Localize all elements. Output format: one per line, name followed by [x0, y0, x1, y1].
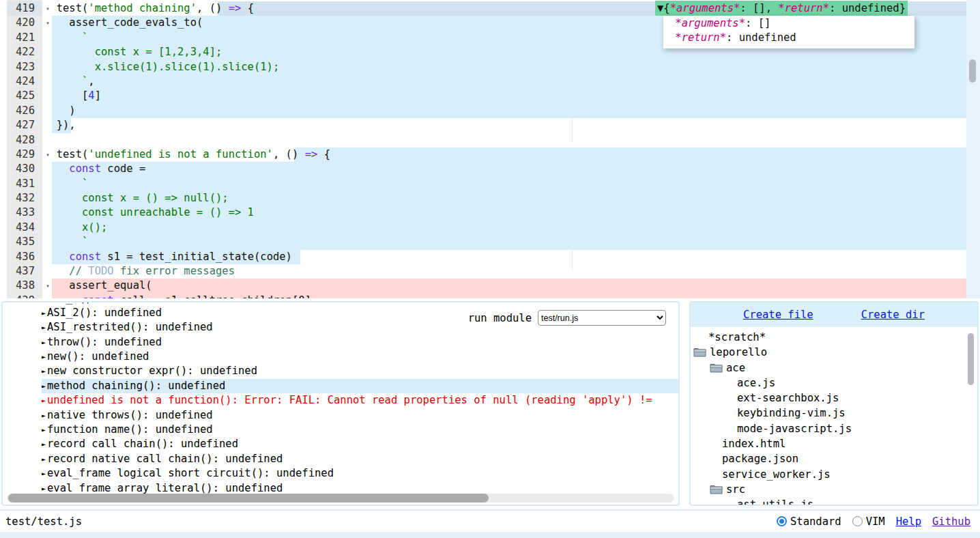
value-explorer-header[interactable]: ▼{*arguments*: [], *return*: undefined}: [655, 1, 908, 16]
expand-arrow-icon[interactable]: ►: [42, 485, 46, 492]
keybinding-standard-radio[interactable]: Standard: [777, 515, 841, 528]
tree-file-item[interactable]: index.html: [691, 436, 977, 451]
expand-arrow-icon[interactable]: ►: [42, 382, 46, 390]
expand-arrow-icon[interactable]: ►: [42, 412, 46, 419]
tree-file-item[interactable]: mode-javascript.js: [691, 421, 977, 436]
test-result-item[interactable]: ►record native call chain(): undefined: [42, 452, 678, 466]
run-module-select[interactable]: test/run.js: [538, 310, 666, 326]
expand-arrow-icon[interactable]: ►: [42, 324, 46, 331]
tree-item-label: ext-searchbox.js: [737, 391, 839, 406]
status-right-controls: Standard VIM Help Github: [777, 515, 970, 528]
test-result-item[interactable]: ►throw(): undefined: [42, 335, 678, 350]
test-result-item[interactable]: ►new(): undefined: [42, 350, 678, 364]
gutter-line-number: 428: [7, 133, 42, 147]
tree-file-item[interactable]: package.json: [691, 451, 977, 466]
test-result-item[interactable]: ►undefined is not a function(): Error: F…: [42, 393, 678, 408]
tree-file-item[interactable]: ast_utils.js: [691, 497, 977, 505]
gutter-line-number: 436: [7, 250, 42, 264]
gutter-line-number: 433: [7, 206, 42, 220]
files-header: Create file Create dir: [691, 302, 977, 327]
tree-item-label: mode-javascript.js: [737, 421, 852, 436]
fold-caret-icon[interactable]: ▾: [46, 279, 50, 293]
code-line[interactable]: [44, 133, 966, 147]
radio-unselected-icon[interactable]: [852, 516, 863, 526]
gutter-line-number: 430: [7, 162, 42, 176]
tree-file-item[interactable]: ace.js: [691, 376, 977, 391]
code-line[interactable]: // TODO fix error messages: [44, 264, 966, 279]
expand-arrow-icon[interactable]: ►: [42, 309, 46, 317]
test-result-item[interactable]: ►method chaining(): undefined: [42, 379, 678, 393]
radio-selected-icon[interactable]: [777, 516, 787, 526]
fold-caret-icon[interactable]: ▾: [46, 1, 50, 16]
test-result-label: function name(): undefined: [47, 423, 213, 436]
eval-highlight: [52, 162, 966, 176]
gutter-line-number: 435: [7, 235, 42, 249]
tree-file-item[interactable]: *scratch*: [691, 330, 977, 345]
create-dir-link[interactable]: Create dir: [861, 309, 925, 321]
code-line[interactable]: const s1 = test_initial_state(code): [44, 250, 966, 264]
expand-arrow-icon[interactable]: ►: [42, 339, 46, 346]
test-result-item[interactable]: ►function name(): undefined: [42, 423, 678, 437]
test-result-label: record native call chain(): undefined: [47, 453, 283, 465]
status-bar: test/test.js Standard VIM Help Github: [0, 509, 980, 532]
expand-arrow-icon[interactable]: ►: [42, 367, 46, 375]
code-line[interactable]: `: [44, 235, 966, 249]
create-file-link[interactable]: Create file: [743, 309, 813, 321]
code-line[interactable]: const call = s1.calltree.children[0]: [44, 294, 966, 298]
code-line[interactable]: const x = () => null();: [44, 191, 966, 206]
value-explorer-row[interactable]: *return*: undefined: [669, 31, 909, 45]
code-line[interactable]: }),: [44, 118, 966, 132]
test-result-item[interactable]: ►ASI_1(): undefined: [42, 301, 678, 306]
github-link[interactable]: Github: [932, 515, 970, 528]
expand-arrow-icon[interactable]: ►: [42, 455, 46, 463]
output-hscrollbar[interactable]: [7, 494, 674, 502]
tree-dir-item[interactable]: src: [691, 482, 977, 497]
value-explorer-body: *arguments*: [] *return*: undefined: [663, 16, 914, 48]
code-line[interactable]: const unreachable = () => 1: [44, 206, 966, 220]
expand-arrow-icon[interactable]: ►: [42, 470, 46, 477]
expand-arrow-icon[interactable]: ►: [42, 301, 46, 302]
code-line[interactable]: `,: [44, 74, 966, 89]
folder-icon: [710, 485, 723, 494]
code-line[interactable]: x.slice(1).slice(1).slice(1);: [44, 60, 966, 74]
gutter-line-number: 431: [7, 177, 42, 191]
expand-arrow-icon[interactable]: ►: [42, 353, 46, 360]
test-result-item[interactable]: ►eval_frame logical short circuit(): und…: [42, 466, 678, 481]
pane-divider: [572, 242, 573, 271]
expand-arrow-icon[interactable]: ►: [42, 426, 46, 434]
fold-caret-icon[interactable]: ▾: [46, 147, 50, 162]
test-output-panel: ►ASI_1(): undefined►ASI_2(): undefined►A…: [1, 301, 680, 506]
code-line[interactable]: assert_equal(: [44, 279, 966, 293]
code-line[interactable]: `: [44, 177, 966, 191]
code-editor[interactable]: 419▾420▾421422423424425426427428429▾4304…: [0, 0, 980, 298]
expand-arrow-icon[interactable]: ►: [42, 397, 46, 404]
eval-highlight: [52, 279, 966, 293]
test-result-item[interactable]: ►new constructor expr(): undefined: [42, 364, 678, 378]
code-line[interactable]: x();: [44, 221, 966, 235]
tree-dir-item[interactable]: leporello: [691, 345, 977, 360]
test-result-item[interactable]: ►record call chain(): undefined: [42, 437, 678, 451]
expand-arrow-icon[interactable]: ►: [42, 440, 46, 448]
code-line[interactable]: [4]: [44, 89, 966, 103]
tree-item-label: *scratch*: [708, 330, 766, 345]
code-line[interactable]: test('undefined is not a function', () =…: [44, 147, 966, 162]
editor-scrollbar[interactable]: [966, 0, 980, 298]
tree-file-item[interactable]: ext-searchbox.js: [691, 391, 977, 406]
eval-highlight: [52, 221, 966, 235]
tree-file-item[interactable]: service_worker.js: [691, 467, 977, 482]
output-hscrollbar-thumb[interactable]: [8, 494, 489, 502]
tree-file-item[interactable]: keybinding-vim.js: [691, 406, 977, 421]
code-line[interactable]: ): [44, 104, 966, 118]
test-result-item[interactable]: ►native throws(): undefined: [42, 408, 678, 423]
tree-dir-item[interactable]: ace: [691, 360, 977, 376]
app: 419▾420▾421422423424425426427428429▾4304…: [0, 0, 980, 538]
editor-scrollbar-thumb[interactable]: [969, 59, 976, 83]
fold-caret-icon[interactable]: ▾: [46, 16, 50, 30]
value-explorer-row[interactable]: *arguments*: []: [669, 16, 909, 31]
help-link[interactable]: Help: [896, 515, 921, 528]
keybinding-vim-radio[interactable]: VIM: [852, 515, 885, 528]
test-result-label: method chaining(): undefined: [47, 380, 225, 392]
test-result-label: native throws(): undefined: [47, 409, 213, 421]
files-scrollbar-thumb[interactable]: [968, 333, 974, 385]
code-line[interactable]: const code =: [44, 162, 966, 176]
